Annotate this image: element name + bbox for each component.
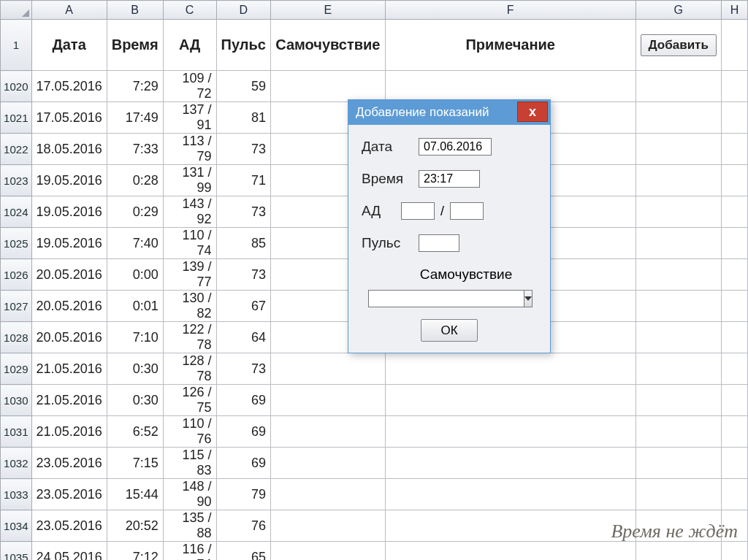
cell-g[interactable] (636, 71, 721, 102)
cell-g[interactable] (636, 228, 721, 259)
cell-bp[interactable]: 139 / 77 (163, 259, 216, 291)
cell-date[interactable]: 21.05.2016 (31, 385, 107, 416)
cell-bp[interactable]: 130 / 82 (163, 291, 216, 322)
cell-time[interactable]: 0:28 (107, 165, 163, 196)
header-feel[interactable]: Самочувствие (270, 20, 385, 71)
cell-h[interactable] (721, 510, 747, 542)
cell-pulse[interactable]: 69 (216, 385, 270, 416)
cell-g[interactable] (636, 322, 721, 353)
cell-h[interactable] (721, 322, 747, 353)
cell-date[interactable]: 23.05.2016 (31, 510, 107, 542)
cell-feel[interactable] (270, 385, 385, 416)
cell-bp[interactable]: 143 / 92 (163, 196, 216, 228)
cell-bp[interactable]: 113 / 79 (163, 134, 216, 165)
cell-h[interactable] (721, 196, 747, 228)
header-bp[interactable]: АД (163, 20, 216, 71)
cell-pulse[interactable]: 73 (216, 196, 270, 228)
cell-h[interactable] (721, 479, 747, 510)
cell-pulse[interactable]: 76 (216, 510, 270, 542)
row-header[interactable]: 1030 (1, 385, 32, 416)
cell-bp[interactable]: 128 / 78 (163, 353, 216, 385)
cell-date[interactable]: 19.05.2016 (31, 165, 107, 196)
row-header[interactable]: 1029 (1, 353, 32, 385)
cell-date[interactable]: 17.05.2016 (31, 71, 107, 102)
feel-input[interactable] (368, 290, 524, 307)
cell-feel[interactable] (270, 416, 385, 448)
date-input[interactable] (419, 138, 492, 156)
cell-h[interactable] (721, 416, 747, 448)
cell-bp[interactable]: 122 / 78 (163, 322, 216, 353)
cell-g[interactable] (636, 542, 721, 561)
row-header[interactable]: 1032 (1, 448, 32, 479)
row-header[interactable]: 1033 (1, 479, 32, 510)
cell-pulse[interactable]: 69 (216, 416, 270, 448)
row-header[interactable]: 1020 (1, 71, 32, 102)
cell-h[interactable] (721, 165, 747, 196)
cell-h[interactable] (721, 353, 747, 385)
add-button[interactable]: Добавить (641, 34, 717, 56)
cell-date[interactable]: 19.05.2016 (31, 196, 107, 228)
cell-h[interactable] (721, 259, 747, 291)
cell-g[interactable] (636, 448, 721, 479)
col-header-G[interactable]: G (636, 1, 721, 20)
cell-time[interactable]: 7:15 (107, 448, 163, 479)
cell-time[interactable]: 7:10 (107, 322, 163, 353)
cell-note[interactable] (385, 416, 636, 448)
cell-note[interactable] (385, 542, 636, 561)
cell-time[interactable]: 7:29 (107, 71, 163, 102)
cell-bp[interactable]: 126 / 75 (163, 385, 216, 416)
row-header[interactable]: 1021 (1, 102, 32, 134)
cell-h[interactable] (721, 228, 747, 259)
cell-h[interactable] (721, 71, 747, 102)
cell-note[interactable] (385, 448, 636, 479)
bp-systolic-input[interactable] (401, 202, 435, 220)
row-header-1[interactable]: 1 (1, 20, 32, 71)
cell-h[interactable] (721, 102, 747, 134)
cell-time[interactable]: 6:52 (107, 416, 163, 448)
cell-h[interactable] (721, 542, 747, 561)
cell-feel[interactable] (270, 71, 385, 102)
cell-pulse[interactable]: 59 (216, 71, 270, 102)
cell-pulse[interactable]: 71 (216, 165, 270, 196)
cell-date[interactable]: 18.05.2016 (31, 134, 107, 165)
cell-feel[interactable] (270, 448, 385, 479)
cell-g[interactable] (636, 353, 721, 385)
cell-time[interactable]: 17:49 (107, 102, 163, 134)
select-all-corner[interactable] (1, 1, 32, 20)
ok-button[interactable]: ОК (421, 319, 477, 342)
cell-bp[interactable]: 148 / 90 (163, 479, 216, 510)
cell-date[interactable]: 20.05.2016 (31, 291, 107, 322)
cell-time[interactable]: 7:33 (107, 134, 163, 165)
close-button[interactable]: x (517, 101, 548, 122)
cell-time[interactable]: 15:44 (107, 479, 163, 510)
cell-g[interactable] (636, 291, 721, 322)
cell-pulse[interactable]: 85 (216, 228, 270, 259)
cell-g[interactable] (636, 416, 721, 448)
cell-date[interactable]: 20.05.2016 (31, 322, 107, 353)
cell-date[interactable]: 24.05.2016 (31, 542, 107, 561)
cell-time[interactable]: 0:01 (107, 291, 163, 322)
cell-h[interactable] (721, 134, 747, 165)
cell-time[interactable]: 0:29 (107, 196, 163, 228)
cell-note[interactable] (385, 510, 636, 542)
pulse-input[interactable] (419, 234, 459, 252)
cell-time[interactable]: 7:40 (107, 228, 163, 259)
row-header[interactable]: 1023 (1, 165, 32, 196)
cell-g[interactable] (636, 385, 721, 416)
cell-note[interactable] (385, 353, 636, 385)
col-header-A[interactable]: A (31, 1, 107, 20)
cell-time[interactable]: 0:30 (107, 385, 163, 416)
cell-feel[interactable] (270, 353, 385, 385)
row-header[interactable]: 1022 (1, 134, 32, 165)
col-header-H[interactable]: H (721, 1, 747, 20)
cell-bp[interactable]: 135 / 88 (163, 510, 216, 542)
col-header-C[interactable]: C (163, 1, 216, 20)
row-header[interactable]: 1027 (1, 291, 32, 322)
cell-g[interactable] (636, 102, 721, 134)
row-header[interactable]: 1031 (1, 416, 32, 448)
col-header-F[interactable]: F (385, 1, 636, 20)
cell-pulse[interactable]: 73 (216, 134, 270, 165)
cell-pulse[interactable]: 64 (216, 322, 270, 353)
cell-pulse[interactable]: 73 (216, 353, 270, 385)
cell-g[interactable] (636, 134, 721, 165)
